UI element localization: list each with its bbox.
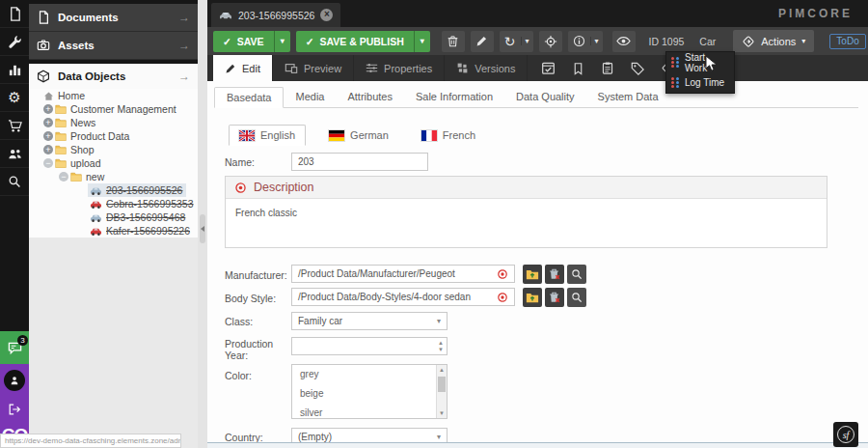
settings-gear-icon[interactable]: ⚙ bbox=[0, 84, 29, 112]
spinner-arrows-icon[interactable]: ▲▼ bbox=[438, 340, 444, 352]
collapse-panel-handle[interactable] bbox=[200, 214, 205, 243]
scroll-up-icon[interactable]: ▲ bbox=[439, 367, 445, 373]
tree-item-news[interactable]: + News bbox=[29, 116, 198, 129]
logout-icon bbox=[8, 403, 21, 416]
scrollbar-thumb[interactable] bbox=[438, 377, 446, 392]
tree-item-shop[interactable]: + Shop bbox=[29, 143, 198, 156]
bullseye-icon[interactable] bbox=[497, 292, 508, 303]
body-style-search-button[interactable] bbox=[567, 288, 586, 307]
production-year-label: Production Year: bbox=[225, 338, 285, 361]
save-publish-button[interactable]: ✓SAVE & PUBLISH ▾ bbox=[296, 31, 430, 52]
lang-tab-german[interactable]: German bbox=[319, 125, 398, 146]
tab-system-data[interactable]: System Data bbox=[586, 87, 670, 107]
reload-dropdown-caret[interactable]: ▾ bbox=[521, 37, 533, 45]
todo-status-badge[interactable]: ToDo bbox=[829, 34, 865, 49]
close-tab-icon[interactable]: × bbox=[320, 9, 333, 21]
tab-basedata[interactable]: Basedata bbox=[214, 87, 284, 108]
tree-item-cobra[interactable]: Cobra-1566995353 bbox=[29, 197, 198, 210]
rename-button[interactable] bbox=[471, 31, 494, 52]
lang-tab-french[interactable]: French bbox=[412, 125, 485, 146]
color-scrollbar[interactable]: ▲ ▼ bbox=[436, 365, 447, 418]
object-tab[interactable]: 203-1566995526 × bbox=[211, 3, 340, 27]
tree-item-upload[interactable]: − upload bbox=[29, 156, 198, 170]
save-button[interactable]: ✓SAVE ▾ bbox=[213, 31, 290, 52]
manufacturer-remove-button[interactable] bbox=[545, 265, 564, 284]
app-icon-strip: ⚙ 3 CO bbox=[0, 0, 29, 448]
class-select[interactable]: Family car ▾ bbox=[291, 312, 448, 330]
tab-attributes[interactable]: Attributes bbox=[336, 87, 403, 107]
lang-tab-english[interactable]: English bbox=[229, 125, 306, 146]
accordion-assets[interactable]: Assets → bbox=[29, 32, 198, 60]
manufacturer-relation-field[interactable]: /Product Data/Manufacturer/Peugeot bbox=[291, 265, 515, 283]
panel-splitter[interactable] bbox=[198, 0, 207, 448]
expand-icon[interactable]: + bbox=[43, 118, 53, 127]
color-option-grey[interactable]: grey bbox=[292, 365, 447, 384]
ecommerce-cart-icon[interactable] bbox=[0, 112, 29, 140]
scroll-down-icon[interactable]: ▼ bbox=[439, 410, 445, 416]
search-icon[interactable] bbox=[0, 168, 29, 196]
schedule-button[interactable] bbox=[537, 58, 558, 79]
collapse-icon[interactable]: − bbox=[43, 158, 53, 168]
expand-icon[interactable]: + bbox=[43, 104, 53, 114]
info-button[interactable]: ▾ bbox=[568, 31, 603, 52]
reports-button[interactable] bbox=[597, 58, 618, 79]
delete-button[interactable] bbox=[442, 31, 465, 52]
documents-nav-icon[interactable] bbox=[0, 0, 29, 28]
save-dropdown-caret[interactable]: ▾ bbox=[274, 31, 290, 52]
tab-edit[interactable]: Edit bbox=[213, 55, 273, 81]
preview-eye-button[interactable] bbox=[612, 31, 636, 52]
name-input[interactable] bbox=[291, 153, 428, 171]
accordion-data-objects[interactable]: Data Objects → bbox=[29, 64, 198, 89]
editor-tabbar: 203-1566995526 × PIMCORE bbox=[207, 0, 868, 27]
tree-item-db3[interactable]: DB3-1566995468 bbox=[29, 210, 198, 224]
tree-item-customer-management[interactable]: + Customer Management bbox=[29, 102, 198, 116]
tab-preview[interactable]: Preview bbox=[273, 55, 354, 81]
manufacturer-search-button[interactable] bbox=[567, 265, 586, 284]
expand-icon[interactable]: + bbox=[43, 131, 53, 141]
save-publish-dropdown-caret[interactable]: ▾ bbox=[414, 31, 430, 52]
description-text[interactable]: French classic bbox=[226, 199, 827, 227]
body-style-remove-button[interactable] bbox=[545, 288, 564, 307]
tab-sale-information[interactable]: Sale Information bbox=[404, 87, 504, 107]
cube-icon bbox=[37, 70, 50, 83]
collapse-icon[interactable]: − bbox=[59, 172, 68, 182]
tree-item-home[interactable]: Home bbox=[29, 89, 198, 102]
accordion-documents[interactable]: Documents → bbox=[29, 4, 198, 32]
menu-item-log-time[interactable]: Log Time bbox=[666, 72, 734, 93]
check-icon: ✓ bbox=[306, 36, 314, 47]
expand-icon[interactable]: + bbox=[43, 145, 53, 154]
symfony-debug-toggle[interactable]: sf bbox=[833, 422, 858, 447]
tab-versions[interactable]: Versions bbox=[445, 55, 528, 81]
reports-nav-icon[interactable] bbox=[0, 56, 29, 84]
logout-button[interactable] bbox=[0, 396, 29, 422]
search-icon bbox=[571, 292, 583, 303]
body-style-relation-field[interactable]: /Product Data/Body-Styles/4-door sedan bbox=[291, 288, 515, 306]
manufacturer-open-button[interactable] bbox=[523, 265, 542, 284]
color-option-beige[interactable]: beige bbox=[292, 384, 447, 404]
user-avatar-button[interactable] bbox=[0, 364, 29, 396]
body-style-open-button[interactable] bbox=[523, 288, 542, 307]
reload-button[interactable]: ↻ ▾ bbox=[500, 31, 533, 52]
bullseye-icon[interactable] bbox=[497, 268, 508, 280]
tags-button[interactable] bbox=[627, 58, 648, 79]
locate-in-tree-button[interactable] bbox=[539, 31, 562, 52]
tools-nav-icon[interactable] bbox=[0, 28, 29, 56]
tree-item-kafer[interactable]: Kafer-1566995226 bbox=[29, 224, 198, 238]
notes-button[interactable] bbox=[567, 58, 588, 79]
tree-item-product-data[interactable]: + Product Data bbox=[29, 129, 198, 143]
actions-button[interactable]: Actions ▾ bbox=[733, 30, 814, 52]
tab-data-quality[interactable]: Data Quality bbox=[504, 87, 586, 107]
color-multiselect[interactable]: grey beige silver ▲ ▼ bbox=[291, 364, 448, 419]
bookmark-icon bbox=[572, 62, 584, 75]
tab-media[interactable]: Media bbox=[284, 87, 336, 107]
color-option-silver[interactable]: silver bbox=[292, 404, 447, 419]
menu-item-start-work[interactable]: Start Work bbox=[666, 52, 734, 72]
customers-nav-icon[interactable] bbox=[0, 140, 29, 168]
production-year-spinner[interactable]: ▲▼ bbox=[291, 337, 448, 355]
document-icon bbox=[37, 11, 50, 24]
tree-item-203[interactable]: 203-1566995526 bbox=[29, 183, 198, 197]
tree-item-new[interactable]: − new bbox=[29, 170, 198, 183]
info-dropdown-caret[interactable]: ▾ bbox=[590, 37, 603, 45]
tab-properties[interactable]: Properties bbox=[354, 55, 445, 81]
chat-button[interactable]: 3 bbox=[0, 331, 29, 364]
